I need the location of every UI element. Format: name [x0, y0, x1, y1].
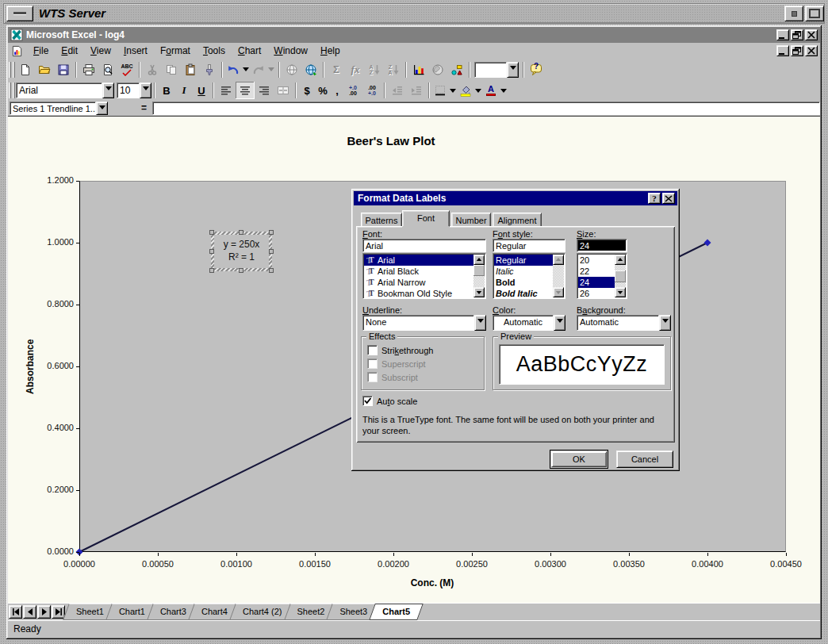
checkbox-icon[interactable] — [367, 358, 378, 369]
font-list-item[interactable]: TTArial Black — [364, 266, 485, 277]
background-dropdown-button[interactable] — [659, 315, 671, 331]
name-box[interactable]: Series 1 Trendline 1... — [10, 102, 108, 115]
workbook-restore-button[interactable] — [791, 45, 803, 56]
tab-patterns[interactable]: Patterns — [361, 213, 402, 227]
font-list-item[interactable]: TTArial Narrow — [364, 277, 485, 288]
help-button[interactable]: ? — [527, 61, 546, 79]
font-color-button[interactable]: A — [483, 82, 499, 99]
toolbar-grip[interactable] — [9, 82, 11, 98]
font-input[interactable]: Arial — [362, 239, 486, 252]
selection-handle[interactable] — [209, 249, 214, 254]
menu-edit[interactable]: Edit — [55, 44, 84, 58]
menu-format[interactable]: Format — [154, 44, 197, 58]
color-dropdown-button[interactable] — [554, 315, 565, 331]
scroll-down-button[interactable] — [615, 287, 626, 297]
fill-color-dropdown-button[interactable] — [473, 82, 483, 99]
italic-button[interactable]: I — [175, 82, 193, 99]
align-left-button[interactable] — [217, 82, 236, 99]
cut-button[interactable] — [143, 61, 162, 79]
align-right-button[interactable] — [255, 82, 274, 99]
auto-scale-checkbox[interactable]: Auto scale — [362, 396, 417, 406]
tab-number[interactable]: Number — [451, 213, 491, 227]
font-name-dropdown-button[interactable] — [102, 82, 114, 98]
fill-color-button[interactable] — [458, 82, 473, 99]
formula-input[interactable] — [152, 102, 820, 115]
web-toolbar-button[interactable] — [301, 61, 320, 79]
underline-button[interactable]: U — [193, 82, 210, 99]
wts-window-menu-button[interactable] — [6, 6, 33, 21]
size-list[interactable]: 20 22 24 26 — [577, 253, 627, 299]
menu-chart[interactable]: Chart — [232, 44, 267, 58]
zoom-dropdown-button[interactable] — [507, 62, 519, 78]
excel-close-button[interactable] — [805, 29, 818, 40]
font-list-item[interactable]: TTBookman Old Style — [364, 288, 485, 299]
format-painter-button[interactable] — [200, 61, 219, 79]
map-button[interactable] — [428, 61, 447, 79]
checkbox-icon[interactable] — [367, 345, 378, 355]
scroll-up-button[interactable] — [553, 255, 564, 265]
scrollbar-thumb[interactable] — [615, 270, 626, 282]
comma-button[interactable]: , — [331, 82, 343, 99]
data-point-marker[interactable] — [704, 240, 711, 247]
font-name-combobox[interactable]: Arial — [16, 82, 114, 98]
zoom-value[interactable] — [474, 62, 507, 78]
new-button[interactable] — [16, 61, 35, 79]
selection-handle[interactable] — [239, 268, 243, 273]
scroll-up-button[interactable] — [473, 255, 485, 265]
font-list[interactable]: TTArial TTArial Black TTArial Narrow TTB… — [362, 253, 486, 299]
insert-hyperlink-button[interactable] — [282, 61, 301, 79]
size-list-scrollbar[interactable] — [615, 255, 626, 297]
size-input-selected-text[interactable]: 24 — [578, 240, 626, 251]
trendline-label-box[interactable]: y = 250x R² = 1 — [211, 232, 272, 271]
font-size-value[interactable]: 10 — [117, 82, 140, 98]
sheet-tab-chart5-active[interactable]: Chart5 — [372, 604, 420, 620]
checkbox-icon[interactable] — [362, 396, 373, 406]
borders-dropdown-button[interactable] — [448, 82, 458, 99]
font-style-list[interactable]: Regular Italic Bold Bold Italic — [493, 253, 565, 299]
underline-dropdown-button[interactable] — [474, 315, 486, 331]
tab-alignment[interactable]: Alignment — [493, 213, 542, 227]
selection-handle[interactable] — [269, 268, 274, 273]
dialog-help-button[interactable]: ? — [648, 193, 661, 204]
align-center-button[interactable] — [236, 82, 255, 99]
font-color-dropdown-button[interactable] — [499, 82, 508, 99]
workbook-close-button[interactable] — [805, 45, 818, 56]
excel-restore-button[interactable] — [791, 29, 803, 40]
next-sheet-button[interactable] — [37, 605, 51, 619]
redo-dropdown-button[interactable] — [266, 61, 276, 79]
zoom-combobox[interactable] — [474, 62, 519, 78]
ok-button[interactable]: OK — [551, 451, 607, 467]
menu-window[interactable]: Window — [267, 44, 314, 58]
open-button[interactable] — [35, 61, 54, 79]
previous-sheet-button[interactable] — [23, 605, 36, 619]
selection-handle[interactable] — [239, 230, 243, 235]
font-list-item-selected[interactable]: TTArial — [364, 255, 485, 266]
strikethrough-checkbox[interactable]: Strikethrough — [367, 345, 433, 355]
chart-wizard-button[interactable] — [409, 61, 428, 79]
font-name-value[interactable]: Arial — [16, 82, 102, 98]
background-combobox[interactable]: Automatic — [577, 315, 671, 331]
subscript-checkbox[interactable]: Subscript — [367, 372, 418, 382]
workbook-icon[interactable] — [11, 45, 23, 57]
style-list-scrollbar[interactable] — [553, 255, 564, 297]
x-axis-title[interactable]: Conc. (M) — [381, 577, 484, 588]
spelling-button[interactable]: ABC — [117, 61, 136, 79]
scroll-down-button[interactable] — [473, 287, 485, 297]
increase-decimal-button[interactable]: +.0 .00 — [343, 82, 362, 99]
paste-function-button[interactable]: fx — [346, 61, 365, 79]
size-input[interactable]: 24 — [577, 239, 627, 252]
wts-minimize-button[interactable] — [784, 6, 803, 21]
font-list-scrollbar[interactable] — [473, 255, 485, 297]
save-button[interactable] — [54, 61, 73, 79]
print-preview-button[interactable] — [98, 61, 117, 79]
undo-button[interactable] — [225, 61, 241, 79]
decrease-indent-button[interactable] — [388, 82, 407, 99]
undo-dropdown-button[interactable] — [241, 61, 251, 79]
tab-font-active[interactable]: Font — [402, 210, 450, 227]
wts-maximize-button[interactable] — [805, 6, 824, 21]
menu-insert[interactable]: Insert — [117, 44, 154, 58]
decrease-decimal-button[interactable]: .00 +.0 — [362, 82, 381, 99]
color-combobox[interactable]: Automatic — [493, 315, 565, 331]
last-sheet-button[interactable] — [52, 605, 65, 619]
print-button[interactable] — [79, 61, 98, 79]
